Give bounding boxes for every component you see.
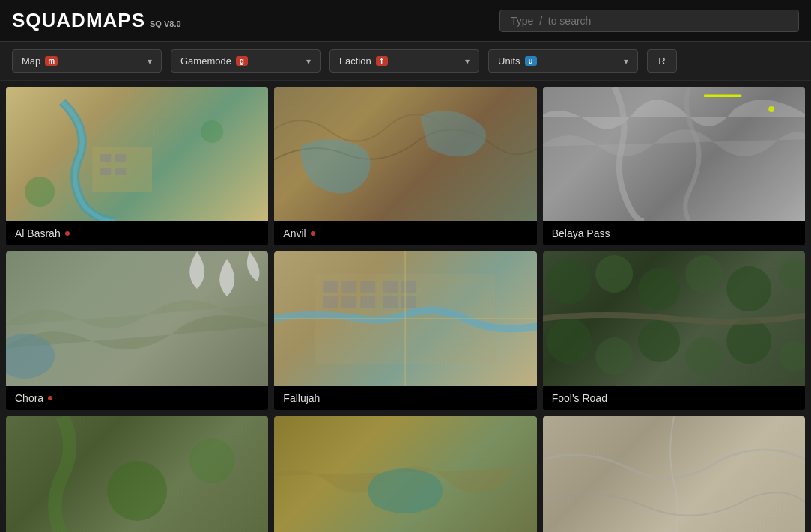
map-thumbnail-fallujah xyxy=(274,251,536,386)
map-name-bar-fallujah: Fallujah xyxy=(274,386,536,410)
map-card-al-basrah[interactable]: Al Basrah xyxy=(6,87,268,245)
filter-faction-badge: f xyxy=(376,56,388,66)
map-name-al-basrah: Al Basrah xyxy=(15,227,61,239)
filter-units-badge: u xyxy=(525,56,537,66)
filter-faction-label: Faction f xyxy=(339,55,388,67)
map-name-bar-al-basrah: Al Basrah xyxy=(6,221,268,245)
filter-extra-button[interactable]: R xyxy=(647,49,677,73)
map-thumbnail-belaya-pass xyxy=(543,87,805,221)
filter-map-label: Map m xyxy=(22,55,58,67)
map-dot-chora xyxy=(48,396,52,400)
map-overlay-anvil xyxy=(274,87,536,221)
map-overlay-row3-3 xyxy=(543,416,805,532)
logo-version: SQ V8.0 xyxy=(150,19,181,28)
chevron-down-icon: ▾ xyxy=(624,56,628,67)
search-input[interactable] xyxy=(511,15,788,27)
map-name-bar-chora: Chora xyxy=(6,386,268,410)
logo-area: SQUADMAPS SQ V8.0 xyxy=(12,9,181,32)
map-card-row3-3[interactable] xyxy=(543,416,805,532)
map-thumbnail-fools-road xyxy=(543,251,805,386)
map-dot-al-basrah xyxy=(65,231,70,236)
filter-gamemode-label: Gamemode g xyxy=(180,55,248,67)
map-card-row3-2[interactable] xyxy=(274,416,536,532)
map-thumbnail-anvil xyxy=(274,87,536,221)
map-card-anvil[interactable]: Anvil xyxy=(274,87,536,245)
map-name-bar-fools-road: Fool's Road xyxy=(543,386,805,410)
filter-units-label: Units u xyxy=(498,55,537,67)
map-name-chora: Chora xyxy=(15,392,43,404)
chevron-down-icon: ▾ xyxy=(306,56,311,67)
map-name-belaya-pass: Belaya Pass xyxy=(552,227,610,239)
map-overlay-row3-1 xyxy=(6,416,268,532)
map-grid: Al Basrah Anvil xyxy=(0,81,811,532)
map-overlay-belaya-pass xyxy=(543,87,805,221)
header: SQUADMAPS SQ V8.0 xyxy=(0,0,811,42)
map-card-chora[interactable]: Chora xyxy=(6,251,268,410)
map-card-fallujah[interactable]: Fallujah xyxy=(274,251,536,410)
map-card-row3-1[interactable] xyxy=(6,416,268,532)
search-bar[interactable] xyxy=(499,10,799,32)
logo-text: SQUADMAPS xyxy=(12,9,145,32)
map-card-belaya-pass[interactable]: Belaya Pass xyxy=(543,87,805,245)
filter-map[interactable]: Map m ▾ xyxy=(12,49,162,73)
map-overlay-fallujah xyxy=(274,251,536,386)
map-name-fallujah: Fallujah xyxy=(283,392,320,404)
filter-map-badge: m xyxy=(45,56,58,66)
chevron-down-icon: ▾ xyxy=(148,56,152,67)
map-overlay-chora xyxy=(6,251,268,386)
map-name-fools-road: Fool's Road xyxy=(552,392,607,404)
map-dot-anvil xyxy=(311,231,315,236)
filter-units[interactable]: Units u ▾ xyxy=(488,49,638,73)
map-name-bar-anvil: Anvil xyxy=(274,221,536,245)
map-thumbnail-al-basrah xyxy=(6,87,268,221)
map-name-anvil: Anvil xyxy=(283,227,306,239)
filter-bar: Map m ▾ Gamemode g ▾ Faction f ▾ Units u… xyxy=(0,42,811,81)
filter-gamemode[interactable]: Gamemode g ▾ xyxy=(171,49,321,73)
map-thumbnail-row3-3 xyxy=(543,416,805,532)
filter-gamemode-badge: g xyxy=(236,56,248,66)
filter-extra-label: R xyxy=(658,55,665,67)
map-thumbnail-row3-2 xyxy=(274,416,536,532)
map-overlay-row3-2 xyxy=(274,416,536,532)
filter-faction[interactable]: Faction f ▾ xyxy=(329,49,479,73)
map-overlay-fools-road xyxy=(543,251,805,386)
map-thumbnail-row3-1 xyxy=(6,416,268,532)
map-thumbnail-chora xyxy=(6,251,268,386)
map-overlay-al-basrah xyxy=(6,87,268,221)
chevron-down-icon: ▾ xyxy=(465,56,470,67)
map-card-fools-road[interactable]: Fool's Road xyxy=(543,251,805,410)
map-name-bar-belaya-pass: Belaya Pass xyxy=(543,221,805,245)
